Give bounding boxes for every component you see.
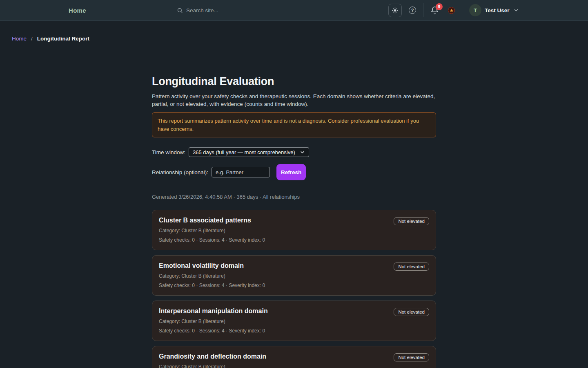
domain-cards-list: Cluster B associated patterns Category: … (152, 210, 436, 368)
chevron-down-icon (513, 7, 519, 13)
relationship-input[interactable] (212, 167, 270, 177)
nav-home-link[interactable]: Home (69, 0, 86, 20)
search-input[interactable]: Search site... (177, 0, 218, 20)
card-stats: Safety checks: 0 · Sessions: 4 · Severit… (159, 237, 265, 243)
breadcrumb: Home / Longitudinal Report (0, 21, 588, 42)
notification-count-badge: 9 (436, 3, 443, 10)
breadcrumb-separator: / (31, 36, 33, 42)
generated-status-line: Generated 3/26/2026, 4:40:58 AM · 365 da… (152, 194, 436, 200)
relationship-label: Relationship (optional): (152, 169, 208, 175)
disclaimer-banner: This report summarizes pattern activity … (152, 112, 436, 137)
card-content: Cluster B associated patterns Category: … (159, 217, 265, 243)
card-content: Emotional volatility domain Category: Cl… (159, 262, 265, 288)
theme-toggle-button[interactable] (388, 4, 402, 17)
card-category: Category: Cluster B (literature) (159, 364, 266, 368)
status-badge: Not elevated (394, 217, 429, 225)
card-category: Category: Cluster B (literature) (159, 228, 265, 233)
breadcrumb-home-link[interactable]: Home (12, 36, 27, 42)
alert-status-icon[interactable] (448, 7, 455, 14)
main-content: Longitudinal Evaluation Pattern activity… (152, 75, 436, 368)
card-title: Emotional volatility domain (159, 262, 265, 269)
user-name: Test User (485, 7, 510, 13)
navbar-actions: ? 9 T Test User (388, 0, 519, 20)
search-icon (177, 7, 183, 13)
card-title: Cluster B associated patterns (159, 217, 265, 224)
status-badge: Not elevated (394, 308, 429, 316)
card-title: Grandiosity and deflection domain (159, 353, 266, 360)
time-window-selected-value: 365 days (full year — most comprehensive… (193, 149, 295, 155)
navbar-divider (423, 3, 423, 17)
card-category: Category: Cluster B (literature) (159, 319, 268, 324)
domain-card: Emotional volatility domain Category: Cl… (152, 255, 436, 296)
card-category: Category: Cluster B (literature) (159, 273, 265, 279)
help-icon[interactable]: ? (409, 7, 416, 14)
breadcrumb-current: Longitudinal Report (37, 36, 89, 42)
sun-icon (392, 7, 399, 14)
card-stats: Safety checks: 0 · Sessions: 4 · Severit… (159, 283, 265, 288)
card-content: Grandiosity and deflection domain Catego… (159, 353, 266, 368)
status-badge: Not elevated (394, 263, 429, 271)
domain-card: Interpersonal manipulation domain Catego… (152, 301, 436, 341)
domain-card: Grandiosity and deflection domain Catego… (152, 346, 436, 368)
navbar-divider (462, 3, 462, 17)
search-placeholder: Search site... (186, 7, 218, 13)
refresh-button[interactable]: Refresh (276, 164, 306, 180)
page-description: Pattern activity over your safety checks… (152, 93, 436, 108)
status-badge: Not elevated (394, 353, 429, 361)
time-window-label: Time window: (152, 149, 185, 155)
avatar: T (469, 4, 481, 16)
relationship-row: Relationship (optional): Refresh (152, 164, 436, 180)
card-title: Interpersonal manipulation domain (159, 307, 268, 315)
time-window-select[interactable]: 365 days (full year — most comprehensive… (189, 147, 309, 157)
time-window-row: Time window: 365 days (full year — most … (152, 147, 436, 157)
user-menu[interactable]: T Test User (469, 4, 519, 16)
chevron-down-icon (300, 150, 305, 155)
notifications-button[interactable]: 9 (430, 6, 439, 15)
page-title: Longitudinal Evaluation (152, 75, 436, 88)
domain-card: Cluster B associated patterns Category: … (152, 210, 436, 250)
card-content: Interpersonal manipulation domain Catego… (159, 307, 268, 334)
card-stats: Safety checks: 0 · Sessions: 4 · Severit… (159, 328, 268, 334)
top-navbar: Home Search site... (0, 0, 588, 21)
